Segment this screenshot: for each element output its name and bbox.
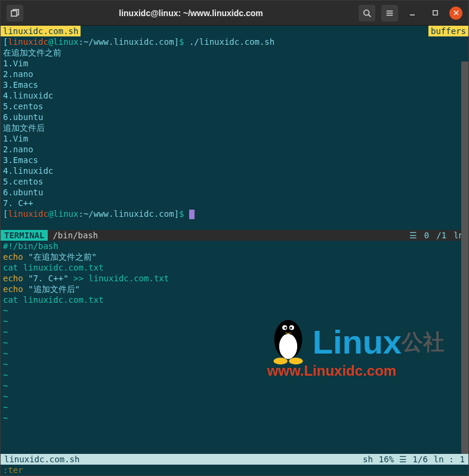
shell-path: /bin/bash [48,231,103,240]
empty-line: ~ [3,316,466,327]
output-line: 1.Vim [3,58,466,69]
empty-line: ~ [3,402,466,413]
hamburger-icon: ☰ [409,231,417,240]
output-line: 追加文件后 [3,122,466,133]
scrollbar-thumb[interactable] [461,62,468,454]
code-line: cat linuxidc.com.txt [3,262,466,273]
code-line: echo "追加文件后" [3,284,466,294]
svg-rect-0 [11,11,17,16]
output-line: 在追加文件之前 [3,47,466,58]
mode-indicator: TERMINAL [1,230,48,241]
empty-line: ~ [3,370,466,380]
output-line: 6.ubuntu [3,187,466,198]
search-button[interactable] [359,5,375,22]
empty-line: ~ [3,380,466,391]
output-line: 3.Emacs [3,79,466,90]
output-line: 4.linuxidc [3,165,466,176]
status-ln: ln : [434,454,454,465]
code-line: cat linuxidc.com.txt [3,294,466,305]
code-line: #!/bin/bash [3,241,466,251]
empty-line: ~ [3,337,466,348]
prompt-line: [linuxidc@linux:~/www.linuxidc.com]$ [3,208,466,219]
output-line: 5.centos [3,176,466,187]
menu-button[interactable] [381,5,398,22]
terminal-status-bar: TERMINAL /bin/bash ☰ 0 /1 ln [1,230,468,241]
status-filetype: sh [363,454,373,465]
titlebar: linuxidc@linux: ~/www.linuxidc.com [1,1,468,26]
svg-rect-2 [433,11,437,15]
status-position: 1/6 [413,454,428,465]
output-line: 4.linuxidc [3,90,466,101]
tab-line: linuxidc.com.sh buffers [1,26,468,36]
maximize-button[interactable] [427,5,443,22]
output-line: 2.nano [3,69,466,79]
terminal-output-pane[interactable]: [linuxidc@linux:~/www.linuxidc.com]$ ./l… [1,36,468,230]
output-line: 3.Emacs [3,155,466,165]
minimize-button[interactable] [404,5,421,22]
line-pos: 0 [424,231,429,240]
tab-active[interactable]: linuxidc.com.sh [1,26,81,36]
close-button[interactable] [449,7,462,20]
empty-line: ~ [3,305,466,316]
empty-line: ~ [3,348,466,359]
code-line: echo "在追加文件之前" [3,251,466,262]
content-area: linuxidc.com.sh buffers [linuxidc@linux:… [1,26,468,475]
cursor [189,210,195,219]
line-total: /1 [436,231,446,240]
empty-line: ~ [3,391,466,402]
status-filename: linuxidc.com.sh [4,454,363,465]
output-line: 6.ubuntu [3,112,466,122]
output-line: 5.centos [3,101,466,112]
editor-pane[interactable]: #!/bin/bash echo "在追加文件之前" cat linuxidc.… [1,241,468,454]
blank-line [3,219,466,230]
output-line: 7. C++ [3,198,466,208]
output-line: 2.nano [3,144,466,155]
scrollbar[interactable] [461,62,468,454]
window-title: linuxidc@linux: ~/www.linuxidc.com [23,8,359,18]
terminal-window: linuxidc@linux: ~/www.linuxidc.com linux… [0,0,469,476]
empty-line: ~ [3,359,466,370]
empty-line: ~ [3,413,466,423]
output-line: 1.Vim [3,133,466,144]
empty-line: ~ [3,327,466,337]
prompt-line: [linuxidc@linux:~/www.linuxidc.com]$ ./l… [3,36,466,47]
command-line[interactable]: :ter [1,465,468,475]
status-col: 1 [460,454,465,465]
svg-point-1 [364,10,369,15]
buffers-label[interactable]: buffers [428,26,468,36]
new-tab-button[interactable] [7,5,23,22]
editor-status-line: linuxidc.com.sh sh 16% ☰ 1/6 ln : 1 [1,454,468,465]
status-percent: 16% ☰ [379,454,407,465]
code-line: echo "7. C++" >> linuxidc.com.txt [3,273,466,284]
